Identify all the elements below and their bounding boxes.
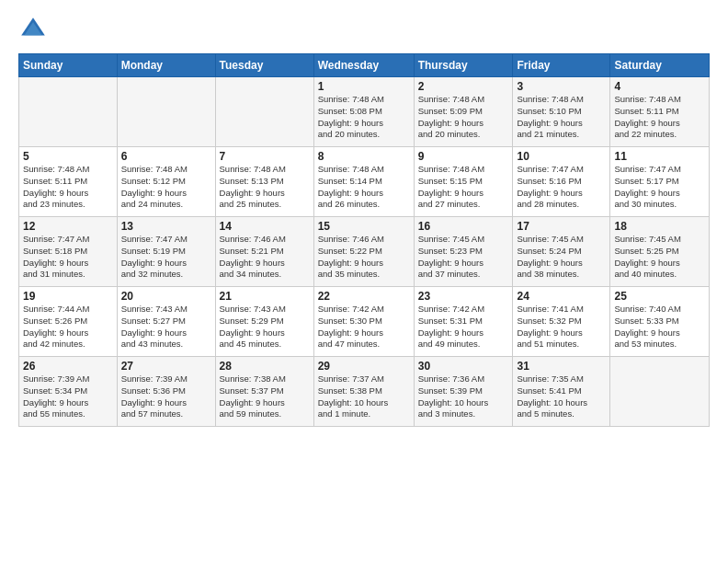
week-row-3: 12Sunrise: 7:47 AM Sunset: 5:18 PM Dayli…	[19, 217, 710, 287]
weekday-header-sunday: Sunday	[19, 54, 118, 77]
calendar-cell-2-7: 11Sunrise: 7:47 AM Sunset: 5:17 PM Dayli…	[610, 147, 710, 217]
day-info: Sunrise: 7:48 AM Sunset: 5:10 PM Dayligh…	[517, 94, 606, 141]
weekday-header-tuesday: Tuesday	[215, 54, 313, 77]
calendar-cell-5-1: 26Sunrise: 7:39 AM Sunset: 5:34 PM Dayli…	[19, 357, 118, 427]
week-row-4: 19Sunrise: 7:44 AM Sunset: 5:26 PM Dayli…	[19, 287, 710, 357]
day-number: 12	[23, 220, 113, 233]
day-info: Sunrise: 7:41 AM Sunset: 5:32 PM Dayligh…	[517, 304, 606, 350]
day-number: 4	[614, 80, 705, 93]
day-number: 24	[517, 290, 606, 303]
calendar-cell-3-4: 15Sunrise: 7:46 AM Sunset: 5:22 PM Dayli…	[313, 217, 414, 287]
day-info: Sunrise: 7:39 AM Sunset: 5:36 PM Dayligh…	[121, 373, 211, 420]
day-number: 26	[23, 360, 113, 373]
day-info: Sunrise: 7:44 AM Sunset: 5:26 PM Dayligh…	[23, 304, 113, 350]
day-info: Sunrise: 7:48 AM Sunset: 5:15 PM Dayligh…	[418, 164, 509, 211]
calendar-cell-1-3	[215, 77, 313, 147]
day-info: Sunrise: 7:48 AM Sunset: 5:11 PM Dayligh…	[23, 164, 113, 211]
weekday-header-friday: Friday	[513, 54, 610, 77]
logo-icon	[18, 15, 48, 44]
header	[18, 15, 710, 44]
day-info: Sunrise: 7:43 AM Sunset: 5:29 PM Dayligh…	[220, 304, 310, 350]
calendar-cell-5-4: 29Sunrise: 7:37 AM Sunset: 5:38 PM Dayli…	[313, 357, 414, 427]
day-number: 17	[517, 220, 606, 233]
calendar-cell-3-6: 17Sunrise: 7:45 AM Sunset: 5:24 PM Dayli…	[513, 217, 610, 287]
day-number: 11	[614, 150, 705, 163]
calendar-cell-5-2: 27Sunrise: 7:39 AM Sunset: 5:36 PM Dayli…	[117, 357, 215, 427]
day-info: Sunrise: 7:37 AM Sunset: 5:38 PM Dayligh…	[318, 373, 410, 420]
calendar-cell-3-7: 18Sunrise: 7:45 AM Sunset: 5:25 PM Dayli…	[610, 217, 710, 287]
calendar-cell-4-5: 23Sunrise: 7:42 AM Sunset: 5:31 PM Dayli…	[414, 287, 513, 357]
calendar-cell-2-3: 7Sunrise: 7:48 AM Sunset: 5:13 PM Daylig…	[215, 147, 313, 217]
calendar-cell-2-5: 9Sunrise: 7:48 AM Sunset: 5:15 PM Daylig…	[414, 147, 513, 217]
calendar-cell-5-7	[610, 357, 710, 427]
day-number: 6	[121, 150, 211, 163]
day-number: 15	[318, 220, 410, 233]
day-info: Sunrise: 7:48 AM Sunset: 5:12 PM Dayligh…	[121, 164, 211, 211]
day-number: 29	[318, 360, 410, 373]
day-info: Sunrise: 7:45 AM Sunset: 5:23 PM Dayligh…	[418, 234, 509, 281]
day-info: Sunrise: 7:48 AM Sunset: 5:13 PM Dayligh…	[220, 164, 310, 211]
day-number: 31	[517, 360, 606, 373]
day-info: Sunrise: 7:48 AM Sunset: 5:11 PM Dayligh…	[614, 94, 705, 141]
day-number: 22	[318, 290, 410, 303]
day-info: Sunrise: 7:48 AM Sunset: 5:08 PM Dayligh…	[318, 94, 410, 141]
day-info: Sunrise: 7:42 AM Sunset: 5:31 PM Dayligh…	[418, 304, 509, 350]
day-number: 5	[23, 150, 113, 163]
calendar-cell-2-2: 6Sunrise: 7:48 AM Sunset: 5:12 PM Daylig…	[117, 147, 215, 217]
day-number: 1	[318, 80, 410, 93]
calendar-table: SundayMondayTuesdayWednesdayThursdayFrid…	[18, 53, 710, 427]
day-info: Sunrise: 7:36 AM Sunset: 5:39 PM Dayligh…	[418, 373, 509, 420]
day-number: 8	[318, 150, 410, 163]
calendar-cell-1-7: 4Sunrise: 7:48 AM Sunset: 5:11 PM Daylig…	[610, 77, 710, 147]
day-number: 3	[517, 80, 606, 93]
day-info: Sunrise: 7:48 AM Sunset: 5:14 PM Dayligh…	[318, 164, 410, 211]
week-row-2: 5Sunrise: 7:48 AM Sunset: 5:11 PM Daylig…	[19, 147, 710, 217]
day-info: Sunrise: 7:40 AM Sunset: 5:33 PM Dayligh…	[614, 304, 705, 350]
day-info: Sunrise: 7:46 AM Sunset: 5:22 PM Dayligh…	[318, 234, 410, 281]
day-info: Sunrise: 7:39 AM Sunset: 5:34 PM Dayligh…	[23, 373, 113, 420]
day-number: 13	[121, 220, 211, 233]
day-number: 10	[517, 150, 606, 163]
calendar-cell-2-6: 10Sunrise: 7:47 AM Sunset: 5:16 PM Dayli…	[513, 147, 610, 217]
day-number: 2	[418, 80, 509, 93]
day-number: 9	[418, 150, 509, 163]
day-info: Sunrise: 7:48 AM Sunset: 5:09 PM Dayligh…	[418, 94, 509, 141]
calendar-cell-3-3: 14Sunrise: 7:46 AM Sunset: 5:21 PM Dayli…	[215, 217, 313, 287]
calendar-cell-3-2: 13Sunrise: 7:47 AM Sunset: 5:19 PM Dayli…	[117, 217, 215, 287]
day-info: Sunrise: 7:35 AM Sunset: 5:41 PM Dayligh…	[517, 373, 606, 420]
calendar-body: 1Sunrise: 7:48 AM Sunset: 5:08 PM Daylig…	[19, 77, 710, 427]
calendar-cell-4-2: 20Sunrise: 7:43 AM Sunset: 5:27 PM Dayli…	[117, 287, 215, 357]
day-info: Sunrise: 7:43 AM Sunset: 5:27 PM Dayligh…	[121, 304, 211, 350]
weekday-header-thursday: Thursday	[414, 54, 513, 77]
weekday-header-wednesday: Wednesday	[313, 54, 414, 77]
day-number: 27	[121, 360, 211, 373]
day-info: Sunrise: 7:42 AM Sunset: 5:30 PM Dayligh…	[318, 304, 410, 350]
day-info: Sunrise: 7:47 AM Sunset: 5:16 PM Dayligh…	[517, 164, 606, 211]
weekday-header-monday: Monday	[117, 54, 215, 77]
day-number: 23	[418, 290, 509, 303]
weekday-header-row: SundayMondayTuesdayWednesdayThursdayFrid…	[19, 54, 710, 77]
calendar-header: SundayMondayTuesdayWednesdayThursdayFrid…	[19, 54, 710, 77]
day-info: Sunrise: 7:45 AM Sunset: 5:24 PM Dayligh…	[517, 234, 606, 281]
day-number: 25	[614, 290, 705, 303]
day-number: 21	[220, 290, 310, 303]
calendar-cell-4-3: 21Sunrise: 7:43 AM Sunset: 5:29 PM Dayli…	[215, 287, 313, 357]
logo	[18, 15, 51, 44]
day-number: 7	[220, 150, 310, 163]
day-number: 14	[220, 220, 310, 233]
calendar-cell-4-1: 19Sunrise: 7:44 AM Sunset: 5:26 PM Dayli…	[19, 287, 118, 357]
day-info: Sunrise: 7:38 AM Sunset: 5:37 PM Dayligh…	[220, 373, 310, 420]
calendar-cell-1-5: 2Sunrise: 7:48 AM Sunset: 5:09 PM Daylig…	[414, 77, 513, 147]
calendar-cell-4-6: 24Sunrise: 7:41 AM Sunset: 5:32 PM Dayli…	[513, 287, 610, 357]
calendar-cell-4-7: 25Sunrise: 7:40 AM Sunset: 5:33 PM Dayli…	[610, 287, 710, 357]
week-row-5: 26Sunrise: 7:39 AM Sunset: 5:34 PM Dayli…	[19, 357, 710, 427]
calendar-cell-5-3: 28Sunrise: 7:38 AM Sunset: 5:37 PM Dayli…	[215, 357, 313, 427]
day-info: Sunrise: 7:47 AM Sunset: 5:18 PM Dayligh…	[23, 234, 113, 281]
day-number: 20	[121, 290, 211, 303]
day-number: 30	[418, 360, 509, 373]
day-number: 18	[614, 220, 705, 233]
calendar-cell-3-5: 16Sunrise: 7:45 AM Sunset: 5:23 PM Dayli…	[414, 217, 513, 287]
day-info: Sunrise: 7:46 AM Sunset: 5:21 PM Dayligh…	[220, 234, 310, 281]
calendar-cell-1-6: 3Sunrise: 7:48 AM Sunset: 5:10 PM Daylig…	[513, 77, 610, 147]
calendar-cell-1-2	[117, 77, 215, 147]
